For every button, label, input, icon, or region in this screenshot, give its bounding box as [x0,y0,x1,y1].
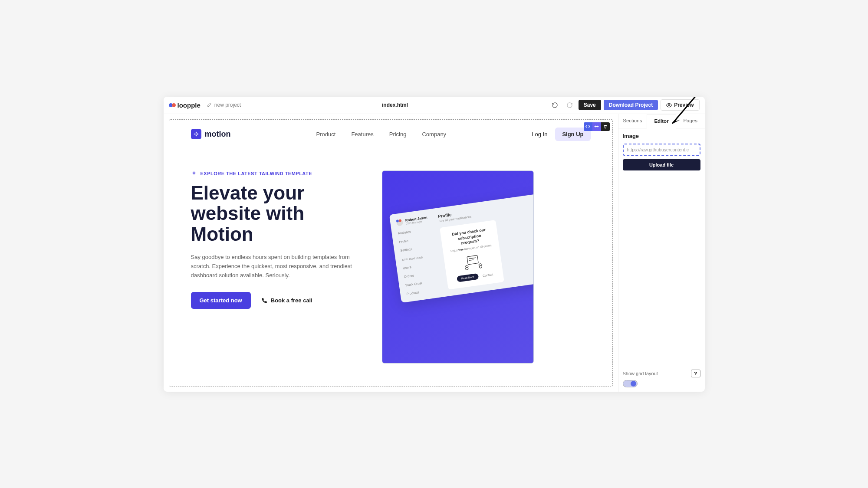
canvas[interactable]: motion Product Features Pricing Company … [169,119,613,386]
save-button[interactable]: Save [579,100,601,110]
mock-menu-item: Users [402,261,439,270]
get-started-button[interactable]: Get started now [191,292,251,309]
mock-menu-item: Profile [399,235,436,244]
site-brand[interactable]: motion [191,129,231,139]
motion-logo-icon [191,129,201,139]
svg-point-5 [479,265,482,268]
grid-toggle[interactable] [623,380,638,387]
mock-contact: Contact [482,272,493,277]
hero-image: Robert Jason CEO Manager Analytics Profi… [382,170,591,364]
toggle-knob [631,381,636,386]
right-sidebar: Sections Editor Pages Image Upload file … [618,114,705,392]
eyebrow-text: EXPLORE THE LATEST TAILWIND TEMPLATE [201,171,312,176]
preview-button[interactable]: Preview [661,99,699,111]
mockup-background: Robert Jason CEO Manager Analytics Profi… [382,170,534,364]
project-name[interactable]: new project [207,102,241,108]
book-call-label: Book a free call [271,297,312,304]
mock-menu-item: Orders [404,269,441,278]
editor-panel: Image Upload file [618,128,705,365]
topbar: loopple new project index.html Save Down… [164,97,705,114]
code-icon[interactable] [584,122,592,131]
mock-menu-item: Settings [400,243,437,252]
nav-company[interactable]: Company [422,131,446,138]
preview-label: Preview [674,102,694,108]
logo-dots [169,103,176,107]
brand-text: loopple [178,102,201,109]
mock-promo-card: Did you check our subscription program? … [440,220,504,290]
tab-sections[interactable]: Sections [618,114,647,128]
main-area: motion Product Features Pricing Company … [164,114,705,392]
app-frame: loopple new project index.html Save Down… [164,97,705,392]
tab-pages[interactable]: Pages [676,114,705,128]
dashboard-mockup: Robert Jason CEO Manager Analytics Profi… [389,188,533,303]
mock-menu-header: APPLICATIONS [401,254,438,262]
redo-button[interactable] [564,99,576,111]
mock-menu-item: Products [406,287,443,296]
file-name: index.html [247,102,543,108]
hero-content: EXPLORE THE LATEST TAILWIND TEMPLATE Ele… [191,170,356,364]
help-button[interactable]: ? [691,370,700,377]
hero-description: Say goodbye to endless hours spent on bu… [191,253,356,280]
hero-title: Elevate your website with Motion [191,183,356,245]
site-nav: motion Product Features Pricing Company … [169,120,612,149]
mock-menu-item: Track Order [405,278,442,287]
swap-icon[interactable] [592,122,601,131]
canvas-area: motion Product Features Pricing Company … [164,114,618,392]
loopple-logo[interactable]: loopple [169,102,201,109]
hero-actions: Get started now Book a free call [191,292,356,309]
delete-icon[interactable] [601,122,610,131]
tab-editor[interactable]: Editor [647,114,676,128]
project-name-text: new project [214,102,241,108]
book-call-button[interactable]: Book a free call [261,297,312,304]
nav-product[interactable]: Product [316,131,336,138]
phone-icon [261,298,267,304]
edit-icon [207,102,212,108]
grid-layout-label: Show grid layout [623,371,658,376]
nav-pricing[interactable]: Pricing [389,131,407,138]
mock-menu-item: Analytics [398,226,434,235]
sparkle-icon [191,170,197,177]
svg-point-4 [465,267,468,270]
site-brand-text: motion [205,130,231,139]
login-link[interactable]: Log In [532,131,547,138]
download-button[interactable]: Download Project [604,100,658,110]
svg-point-2 [668,104,670,105]
hero-eyebrow: EXPLORE THE LATEST TAILWIND TEMPLATE [191,170,356,177]
topbar-actions: Save Download Project Preview [549,99,700,111]
undo-button[interactable] [549,99,561,111]
eye-icon [666,102,672,108]
nav-features[interactable]: Features [351,131,373,138]
bottom-panel: Show grid layout ? [618,365,705,392]
nav-links: Product Features Pricing Company [316,131,447,138]
image-url-input[interactable] [623,144,700,156]
nav-auth: Log In Sign Up [532,128,590,141]
mock-read-more: Read More [457,273,479,282]
image-section-label: Image [623,133,700,139]
sidebar-tabs: Sections Editor Pages [618,114,705,128]
element-toolbar [584,122,610,131]
hero-section: EXPLORE THE LATEST TAILWIND TEMPLATE Ele… [169,149,612,364]
upload-file-button[interactable]: Upload file [623,159,700,170]
